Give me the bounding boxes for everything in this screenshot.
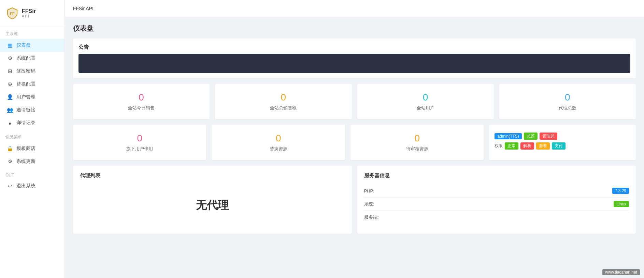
perm-badge-set: 套餐 (536, 142, 550, 150)
stat-label: 旗下用户停用 (80, 146, 199, 152)
stat-card-agent-total: 0 代理总数 (499, 84, 636, 119)
server-info-row-os: 系统: Linux (364, 198, 629, 211)
sidebar-item-label: 系统配置 (16, 55, 35, 61)
server-info-key: PHP: (364, 188, 374, 194)
stat-label: 替换资源 (218, 146, 338, 152)
announce-content (78, 54, 630, 73)
stat-card-pending-res: 0 待审核资源 (350, 125, 484, 160)
badge-role: 管理员 (540, 133, 557, 140)
sidebar-item-label: 模板商店 (16, 145, 35, 152)
logo-icon: FF (5, 6, 19, 20)
sidebar-item-label: 用户管理 (16, 94, 35, 100)
logout-icon: ↩ (7, 183, 13, 189)
server-info-row-server: 服务端: (364, 211, 629, 224)
stat-card-total-users: 0 全站用户 (357, 84, 494, 119)
perm-badge-normal: 正常 (505, 142, 518, 150)
stat-card-total-sales: 0 全站总销售额 (215, 84, 352, 119)
server-info-card: 服务器信息 PHP: 7.3.29 系统: Linux 服务端: (357, 166, 636, 234)
sidebar-item-label: 修改密码 (16, 68, 35, 74)
content-area: 仪表盘 公告 0 全站今日销售 0 全站总销售额 0 全站用户 0 代理总数 (65, 17, 644, 278)
topbar: FFSir API (65, 0, 644, 17)
server-info-key: 系统: (364, 201, 374, 207)
agent-badges-row: admin(TTS) 龙苏 管理员 (495, 133, 557, 140)
stats-row1: 0 全站今日销售 0 全站总销售额 0 全站用户 0 代理总数 (73, 84, 636, 119)
stat-number: 0 (80, 133, 199, 144)
stat-label: 全站用户 (364, 105, 487, 111)
server-info-key: 服务端: (364, 214, 379, 220)
proxy-icon: ⊕ (7, 81, 13, 87)
stat-card-sub-disabled: 0 旗下用户停用 (73, 125, 206, 160)
sidebar-item-label: 替换配置 (16, 81, 35, 87)
stat-label: 代理总数 (506, 105, 629, 111)
lock-icon: 🔒 (7, 145, 13, 152)
sidebar-item-changepass[interactable]: ⊞ 修改密码 (0, 65, 65, 78)
sidebar: FF FFSir A P I 主系统 ▦ 仪表盘 ⚙ 系统配置 ⊞ 修改密码 ⊕… (0, 0, 65, 278)
server-info-val-os: Linux (614, 201, 629, 207)
server-info-val-server (624, 217, 629, 218)
sidebar-item-label: 系统更新 (16, 158, 35, 165)
svg-text:FF: FF (10, 12, 15, 16)
stat-number: 0 (364, 92, 487, 103)
stat-number: 0 (222, 92, 345, 103)
sidebar-item-invitelink[interactable]: 👥 邀请链接 (0, 104, 65, 117)
sidebar-logo: FF FFSir A P I (0, 0, 65, 26)
sidebar-item-label: 邀请链接 (16, 107, 35, 113)
stat-number: 0 (357, 133, 477, 144)
record-icon: ● (7, 120, 13, 126)
logo-sub: A P I (22, 14, 36, 18)
update-icon: ⚙ (7, 158, 13, 165)
agent-info-card: admin(TTS) 龙苏 管理员 权限 正常 解析 套餐 支付 (489, 125, 636, 160)
badge-name: 龙苏 (524, 133, 538, 140)
agent-list-card: 代理列表 无代理 (73, 166, 352, 234)
stat-label: 全站今日销售 (80, 105, 203, 111)
sidebar-item-usermgr[interactable]: 👤 用户管理 (0, 91, 65, 104)
agent-list-title: 代理列表 (80, 172, 345, 179)
sidebar-item-proxyconfig[interactable]: ⊕ 替换配置 (0, 78, 65, 91)
server-info-title: 服务器信息 (364, 172, 629, 179)
invite-icon: 👥 (7, 107, 13, 113)
section-label-main: 主系统 (0, 26, 65, 39)
main-content: FFSir API 仪表盘 公告 0 全站今日销售 0 全站总销售额 0 全站用… (65, 0, 644, 278)
sidebar-item-sysupdate[interactable]: ⚙ 系统更新 (0, 155, 65, 168)
stat-label: 全站总销售额 (222, 105, 345, 111)
perm-badge-cancel: 解析 (520, 142, 534, 150)
perm-badge-pay: 支付 (552, 142, 566, 150)
sidebar-item-logout[interactable]: ↩ 退出系统 (0, 180, 65, 192)
watermark: www.tiaozhan.net (602, 269, 640, 275)
sidebar-item-label: 详情记录 (16, 120, 35, 126)
logo-text: FFSir (22, 8, 36, 14)
section-label-out: OUT (0, 168, 65, 180)
sidebar-item-sysconfig[interactable]: ⚙ 系统配置 (0, 52, 65, 65)
sidebar-item-label: 退出系统 (16, 183, 35, 189)
sidebar-item-dashboard[interactable]: ▦ 仪表盘 (0, 39, 65, 52)
stat-card-today-sales: 0 全站今日销售 (73, 84, 210, 119)
stat-label: 待审核资源 (357, 146, 477, 152)
key-icon: ⊞ (7, 68, 13, 74)
perm-label: 权限 (495, 143, 503, 149)
sidebar-item-detaillog[interactable]: ● 详情记录 (0, 117, 65, 129)
stat-card-replace-res: 0 替换资源 (212, 125, 345, 160)
badge-admin: admin(TTS) (495, 133, 521, 139)
bottom-grid: 代理列表 无代理 服务器信息 PHP: 7.3.29 系统: Linux 服务端… (73, 166, 636, 234)
server-info-row-php: PHP: 7.3.29 (364, 184, 629, 198)
announce-section: 公告 (73, 38, 636, 78)
perm-row: 权限 正常 解析 套餐 支付 (495, 142, 566, 150)
topbar-title: FFSir API (73, 6, 94, 11)
stat-number: 0 (506, 92, 629, 103)
section-label-quickmenu: 快见菜单 (0, 129, 65, 142)
no-agent-text: 无代理 (80, 184, 345, 227)
announce-label: 公告 (78, 44, 630, 50)
server-info-val-php: 7.3.29 (612, 188, 629, 194)
stat-number: 0 (218, 133, 338, 144)
page-title: 仪表盘 (73, 24, 636, 33)
stat-number: 0 (80, 92, 203, 103)
gear-icon: ⚙ (7, 55, 13, 61)
sidebar-item-label: 仪表盘 (16, 42, 31, 48)
user-icon: 👤 (7, 94, 13, 100)
sidebar-item-templateshop[interactable]: 🔒 模板商店 (0, 142, 65, 155)
dashboard-icon: ▦ (7, 42, 13, 48)
